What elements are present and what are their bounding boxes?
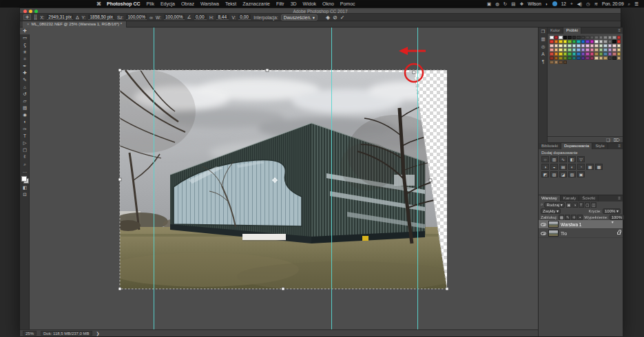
- foreground-color-swatch[interactable]: [21, 176, 27, 182]
- swatch[interactable]: [577, 44, 581, 47]
- notification-center-icon[interactable]: ☰: [634, 0, 638, 8]
- layer-visibility-eye-icon[interactable]: [541, 232, 546, 235]
- layers-tab-ścieżki[interactable]: Ścieżki: [579, 195, 599, 202]
- time-machine-icon[interactable]: ◷: [586, 0, 590, 8]
- delete-swatch-button[interactable]: ⌦: [614, 137, 620, 142]
- swatch[interactable]: [590, 36, 594, 39]
- type-tool[interactable]: T: [20, 133, 30, 140]
- swatch[interactable]: [550, 52, 554, 56]
- swatch[interactable]: [599, 48, 603, 52]
- document-tab[interactable]: ×ML_080232.NEF @ 25% (Warstwa 1, RGB/16*…: [23, 21, 127, 28]
- swatch[interactable]: [585, 56, 590, 60]
- swatch[interactable]: [608, 52, 612, 56]
- swatch[interactable]: [594, 36, 599, 39]
- selective-color-icon[interactable]: ▧: [568, 171, 576, 177]
- swatch[interactable]: [559, 36, 563, 39]
- swatch[interactable]: [577, 48, 581, 52]
- close-document-icon[interactable]: ×: [27, 22, 30, 26]
- swatch[interactable]: [568, 44, 572, 47]
- blend-mode-dropdown[interactable]: Zwykły ▾: [541, 208, 561, 214]
- swatch[interactable]: [568, 48, 572, 52]
- swatch[interactable]: [590, 56, 594, 60]
- color-lookup-icon[interactable]: ▦: [586, 164, 594, 170]
- menu-tekst[interactable]: Tekst: [225, 1, 236, 6]
- lock-pixels-icon[interactable]: ✎: [565, 215, 570, 220]
- swatch[interactable]: [603, 56, 607, 60]
- quick-mask-button[interactable]: ◧: [20, 184, 30, 191]
- swatch[interactable]: [563, 56, 568, 60]
- hand-tool[interactable]: ✌: [20, 153, 30, 160]
- swatch[interactable]: [585, 44, 590, 47]
- swatch[interactable]: [617, 48, 621, 52]
- swatch[interactable]: [581, 44, 585, 47]
- swatch[interactable]: [612, 44, 616, 47]
- swatch[interactable]: [550, 36, 554, 39]
- healing-brush-tool[interactable]: ✚: [20, 69, 30, 76]
- swatch[interactable]: [559, 56, 563, 60]
- skew-v-input[interactable]: 0,00: [238, 14, 251, 20]
- shape-tool[interactable]: ▢: [20, 146, 30, 153]
- layer-row[interactable]: Tło: [539, 229, 623, 238]
- clone-stamp-tool[interactable]: ⌂: [20, 84, 30, 91]
- swatch[interactable]: [585, 40, 590, 43]
- lock-position-icon[interactable]: ✛: [571, 215, 577, 220]
- swatch[interactable]: [599, 40, 603, 43]
- move-tool[interactable]: ✛: [20, 28, 30, 34]
- swatch[interactable]: [572, 56, 577, 60]
- adjustments-tab-dopasowania[interactable]: Dopasowania: [561, 143, 592, 149]
- color-swatch-control[interactable]: [20, 175, 30, 184]
- swatch[interactable]: [612, 52, 616, 56]
- swatch[interactable]: [572, 44, 577, 47]
- crop-tool[interactable]: ⌗: [20, 56, 30, 63]
- interpolation-dropdown[interactable]: Dwusześcien. ▾: [281, 14, 318, 21]
- color-balance-icon[interactable]: ◒: [550, 164, 558, 170]
- app-menu[interactable]: Photoshop CC: [107, 0, 141, 8]
- curves-icon[interactable]: ∿: [559, 156, 567, 162]
- opacity-dropdown[interactable]: 100% ▾: [603, 208, 621, 214]
- swatch[interactable]: [550, 61, 554, 64]
- swatch[interactable]: [568, 56, 572, 60]
- swatch[interactable]: [572, 48, 577, 52]
- relative-position-toggle[interactable]: Δ: [76, 15, 79, 20]
- swatch[interactable]: [572, 52, 577, 56]
- adjustments-tab-biblioteki[interactable]: Biblioteki: [539, 143, 561, 149]
- swatch[interactable]: [550, 40, 554, 43]
- document-canvas[interactable]: [120, 70, 447, 289]
- adjustments-tab-style[interactable]: Style: [592, 143, 607, 149]
- swatch[interactable]: [563, 40, 568, 43]
- layers-tab-warstwy[interactable]: Warstwy: [539, 195, 561, 202]
- menu-okno[interactable]: Okno: [322, 1, 334, 6]
- swatch[interactable]: [603, 48, 607, 52]
- eraser-tool[interactable]: ▱: [20, 98, 30, 105]
- menubar-clock[interactable]: Pon. 20:09: [602, 0, 623, 8]
- guide-vertical[interactable]: [154, 28, 154, 329]
- vibrance-icon[interactable]: ▽: [577, 156, 585, 162]
- swatch[interactable]: [554, 36, 559, 39]
- zoom-level-field[interactable]: 25%: [23, 331, 37, 336]
- swatch[interactable]: [617, 52, 621, 56]
- swatch[interactable]: [617, 40, 621, 43]
- quick-selection-tool[interactable]: ✳: [20, 49, 30, 56]
- cancel-transform-button[interactable]: ⊘: [333, 14, 337, 21]
- swatch[interactable]: [612, 56, 616, 60]
- swatch[interactable]: [554, 40, 559, 43]
- info-panel-icon[interactable]: ◎: [539, 43, 548, 50]
- swatch[interactable]: [594, 44, 599, 47]
- screen-mode-button[interactable]: ⊡: [20, 191, 30, 198]
- swatch[interactable]: [594, 40, 599, 43]
- new-swatch-button[interactable]: ❏: [606, 137, 610, 142]
- window-titlebar[interactable]: Adobe Photoshop CC 2017: [20, 8, 621, 14]
- swatch[interactable]: [599, 56, 603, 60]
- swatch[interactable]: [572, 40, 577, 43]
- swatch[interactable]: [617, 44, 621, 47]
- swatch[interactable]: [617, 56, 621, 60]
- threshold-icon[interactable]: ▨: [550, 171, 558, 177]
- layer-thumbnail[interactable]: [548, 221, 559, 228]
- swatch[interactable]: [559, 44, 563, 47]
- y-input[interactable]: 1858,50 pix: [88, 14, 114, 20]
- photo-filter-icon[interactable]: ◐: [568, 164, 576, 170]
- swatch[interactable]: [550, 44, 554, 47]
- guide-vertical[interactable]: [417, 28, 418, 329]
- layer-filter-dropdown[interactable]: Rodzaj ▾: [544, 202, 564, 208]
- gradient-tool[interactable]: ▨: [20, 105, 30, 111]
